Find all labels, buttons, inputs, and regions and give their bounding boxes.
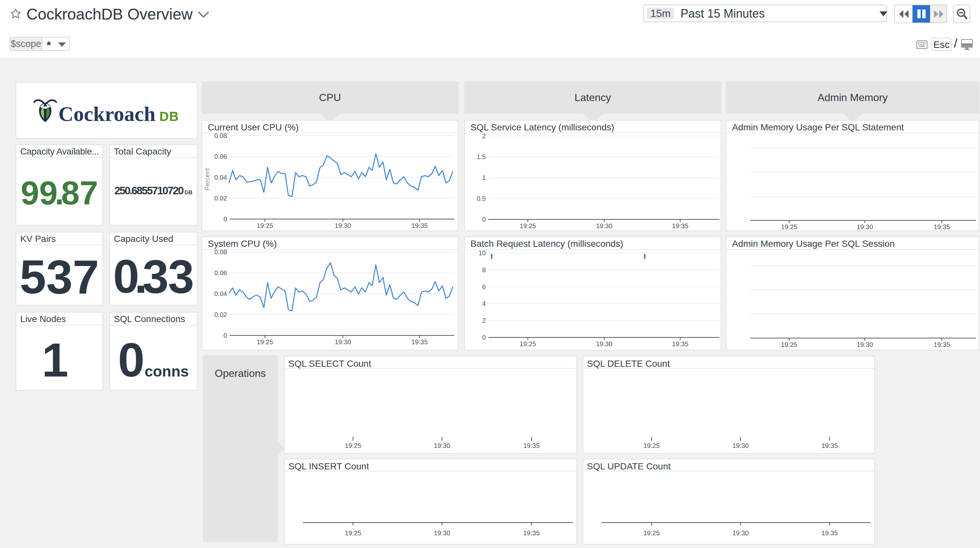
svg-text:19:35: 19:35: [821, 529, 838, 537]
svg-text:19:30: 19:30: [335, 222, 351, 229]
svg-text:1.5: 1.5: [477, 153, 486, 160]
svg-text:19:25: 19:25: [345, 529, 361, 537]
svg-text:19:35: 19:35: [523, 529, 539, 537]
svg-text:19:35: 19:35: [934, 223, 950, 230]
svg-text:0.04: 0.04: [214, 290, 227, 297]
svg-text:1: 1: [482, 174, 486, 181]
svg-text:19:30: 19:30: [596, 222, 612, 229]
svg-text:6: 6: [482, 283, 486, 291]
svg-text:19:25: 19:25: [643, 442, 660, 449]
svg-text:19:25: 19:25: [257, 338, 273, 346]
svg-text:19:30: 19:30: [434, 442, 450, 449]
svg-text:0.02: 0.02: [214, 311, 227, 318]
svg-text:19:25: 19:25: [520, 340, 536, 348]
svg-text:19:35: 19:35: [411, 338, 428, 346]
svg-text:19:30: 19:30: [857, 223, 873, 230]
svg-text:19:30: 19:30: [857, 341, 873, 348]
svg-text:0.04: 0.04: [214, 174, 227, 181]
svg-text:19:25: 19:25: [520, 222, 536, 229]
svg-text:19:35: 19:35: [934, 341, 950, 348]
svg-text:19:30: 19:30: [335, 338, 351, 346]
svg-text:19:25: 19:25: [781, 223, 797, 230]
svg-text:19:35: 19:35: [411, 222, 428, 229]
svg-text:19:25: 19:25: [257, 222, 273, 229]
svg-text:10: 10: [479, 249, 486, 257]
svg-text:2: 2: [482, 132, 486, 140]
svg-text:0: 0: [223, 216, 227, 222]
svg-text:0: 0: [482, 334, 486, 341]
svg-text:19:35: 19:35: [672, 222, 688, 229]
svg-text:19:30: 19:30: [732, 442, 749, 449]
svg-text:19:25: 19:25: [781, 341, 797, 348]
svg-text:19:35: 19:35: [672, 340, 688, 348]
svg-text:19:30: 19:30: [596, 340, 612, 348]
svg-text:0.08: 0.08: [214, 248, 227, 256]
svg-text:4: 4: [482, 300, 486, 307]
svg-text:8: 8: [482, 266, 486, 273]
svg-text:19:35: 19:35: [821, 442, 838, 449]
svg-text:0.02: 0.02: [214, 195, 227, 202]
svg-text:0.06: 0.06: [214, 269, 227, 276]
svg-text:Percent: Percent: [204, 168, 211, 191]
svg-text:2: 2: [482, 317, 486, 324]
svg-text:19:30: 19:30: [732, 529, 749, 537]
svg-text:0: 0: [482, 216, 486, 223]
svg-text:19:35: 19:35: [523, 442, 539, 449]
svg-text:0.08: 0.08: [214, 132, 227, 139]
svg-text:0: 0: [223, 332, 227, 339]
svg-text:19:25: 19:25: [345, 442, 361, 449]
svg-text:0.06: 0.06: [214, 153, 227, 160]
svg-text:0.5: 0.5: [477, 195, 486, 202]
svg-text:19:25: 19:25: [643, 529, 660, 537]
svg-text:19:30: 19:30: [434, 529, 450, 537]
